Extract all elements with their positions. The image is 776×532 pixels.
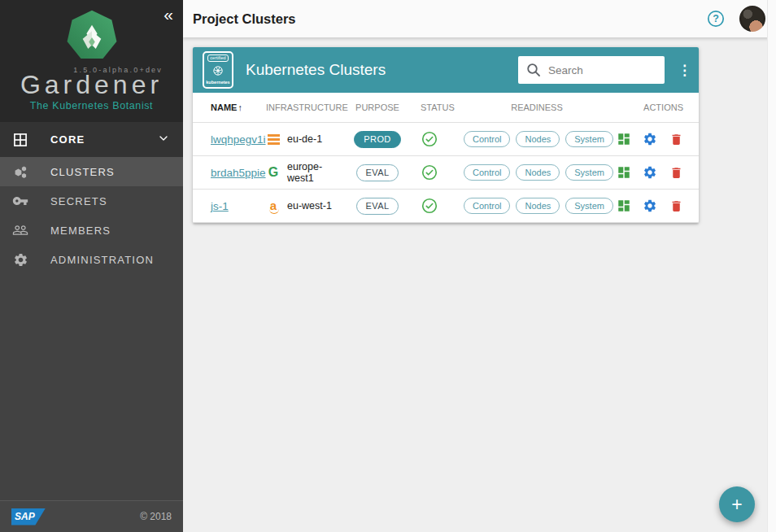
search-icon — [526, 63, 541, 77]
cluster-name-link[interactable]: lwqhpegv1i — [211, 133, 266, 146]
dashboard-icon — [617, 198, 631, 213]
gear-icon — [643, 165, 657, 180]
user-avatar[interactable] — [739, 6, 765, 32]
readiness-chip-nodes[interactable]: Nodes — [516, 198, 560, 214]
delete-button[interactable] — [669, 165, 683, 180]
content-area: certified kubernetes Kubernetes Clusters — [183, 37, 776, 532]
scrollbar-track[interactable] — [767, 0, 776, 532]
region-label: eu-de-1 — [287, 133, 322, 145]
clusters-icon — [11, 163, 29, 181]
column-header-infrastructure[interactable]: INFRASTRUCTURE — [266, 102, 347, 112]
search-box — [518, 56, 665, 84]
help-button[interactable]: ? — [706, 9, 726, 28]
readiness-chip-nodes[interactable]: Nodes — [516, 164, 560, 181]
trash-icon — [669, 133, 683, 146]
gear-icon — [11, 251, 29, 268]
card-title: Kubernetes Clusters — [246, 61, 386, 79]
region-label: eu-west-1 — [287, 200, 332, 211]
key-icon — [11, 192, 29, 210]
settings-button[interactable] — [643, 198, 657, 213]
dashboard-button[interactable] — [617, 198, 631, 213]
status-healthy-icon[interactable] — [421, 130, 438, 148]
sidebar-section-label: CORE — [50, 133, 85, 146]
sidebar-item-label: CLUSTERS — [50, 166, 115, 178]
gear-icon — [643, 198, 657, 213]
column-header-purpose[interactable]: PURPOSE — [347, 102, 408, 112]
page-title: Project Clusters — [193, 11, 296, 27]
sidebar-item-label: SECRETS — [50, 195, 107, 207]
kubernetes-wheel-icon — [211, 64, 225, 77]
purpose-chip: EVAL — [356, 164, 399, 181]
trash-icon — [669, 199, 683, 213]
readiness-chip-control[interactable]: Control — [464, 131, 510, 147]
svg-text:?: ? — [713, 13, 719, 24]
clusters-card-header: certified kubernetes Kubernetes Clusters — [193, 47, 699, 93]
sidebar-section-core[interactable]: CORE — [0, 122, 183, 157]
readiness-chip-system[interactable]: System — [565, 131, 613, 147]
trash-icon — [669, 166, 683, 180]
sort-asc-icon: ↑ — [238, 102, 242, 112]
delete-button[interactable] — [669, 198, 683, 213]
main-area: Project Clusters ? certified — [183, 0, 776, 532]
table-header: NAME↑ INFRASTRUCTURE PURPOSE STATUS READ… — [193, 93, 699, 123]
grid-icon — [11, 131, 29, 149]
settings-button[interactable] — [643, 132, 657, 146]
gear-icon — [643, 132, 657, 146]
readiness-chip-system[interactable]: System — [565, 198, 613, 214]
sidebar-item-secrets[interactable]: SECRETS — [0, 186, 183, 216]
region-label: europe-west1 — [287, 161, 347, 184]
column-header-actions: ACTIONS — [614, 102, 699, 112]
create-cluster-fab[interactable]: + — [719, 486, 755, 522]
sidebar-item-label: MEMBERS — [50, 225, 111, 237]
brand-title: Gardener — [0, 70, 183, 100]
readiness-chip-nodes[interactable]: Nodes — [516, 131, 560, 147]
table-row: js-1 a eu-west-1 EVAL Control N — [193, 190, 699, 223]
help-icon: ? — [706, 9, 726, 28]
cluster-name-link[interactable]: js-1 — [211, 200, 229, 212]
sidebar-header: « 1.5.0-alpha.0+dev Gardener The Kuberne… — [0, 0, 183, 122]
plus-icon: + — [731, 494, 742, 516]
search-input[interactable] — [548, 64, 646, 76]
dashboard-icon — [617, 165, 631, 180]
sap-logo: SAP — [11, 508, 46, 525]
column-header-status[interactable]: STATUS — [408, 102, 460, 112]
readiness-chip-control[interactable]: Control — [464, 164, 510, 181]
readiness-chip-system[interactable]: System — [565, 164, 613, 181]
sidebar-item-administration[interactable]: ADMINISTRATION — [0, 245, 183, 274]
delete-button[interactable] — [669, 132, 683, 146]
settings-button[interactable] — [643, 165, 657, 180]
badge-certified-label: certified — [207, 55, 228, 62]
aws-icon: a — [266, 200, 281, 211]
readiness-chip-control[interactable]: Control — [464, 198, 510, 214]
badge-kubernetes-label: kubernetes — [206, 80, 229, 85]
sidebar-item-clusters[interactable]: CLUSTERS — [0, 157, 183, 186]
column-header-readiness[interactable]: READINESS — [460, 102, 614, 112]
clusters-card: certified kubernetes Kubernetes Clusters — [193, 47, 699, 223]
app-window: « 1.5.0-alpha.0+dev Gardener The Kuberne… — [0, 0, 776, 532]
cluster-name-link[interactable]: brdah5ppie — [211, 167, 266, 179]
dashboard-button[interactable] — [617, 165, 631, 180]
dashboard-button[interactable] — [617, 132, 631, 146]
copyright-label: © 2018 — [140, 511, 172, 522]
kubernetes-certified-badge: certified kubernetes — [203, 51, 233, 89]
openstack-icon — [266, 134, 281, 145]
table-row: brdah5ppie G europe-west1 EVAL Control — [193, 156, 699, 190]
column-header-name[interactable]: NAME↑ — [193, 102, 266, 112]
members-icon — [11, 221, 29, 239]
sidebar-footer: SAP © 2018 — [0, 500, 183, 532]
brand-tagline: The Kubernetes Botanist — [0, 100, 183, 111]
gardener-logo — [64, 8, 120, 63]
sidebar-item-members[interactable]: MEMBERS — [0, 216, 183, 245]
gcp-icon: G — [266, 166, 281, 179]
chevron-down-icon — [157, 132, 170, 147]
sidebar: « 1.5.0-alpha.0+dev Gardener The Kuberne… — [0, 0, 183, 532]
overflow-menu-icon[interactable]: ⋮ — [678, 62, 687, 79]
dashboard-icon — [617, 132, 631, 146]
sidebar-collapse-icon[interactable]: « — [163, 5, 173, 24]
status-healthy-icon[interactable] — [421, 197, 438, 215]
topbar: Project Clusters ? — [183, 0, 776, 37]
purpose-chip: EVAL — [356, 198, 399, 215]
sidebar-menu: CORE CLUSTERS SEC — [0, 122, 183, 500]
sidebar-item-label: ADMINISTRATION — [50, 254, 154, 266]
status-healthy-icon[interactable] — [421, 164, 438, 181]
